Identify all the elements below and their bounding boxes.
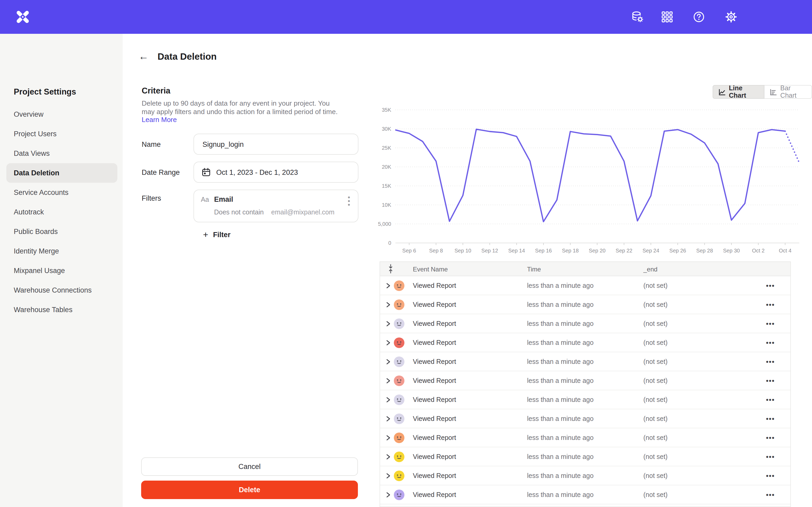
- table-row[interactable]: Viewed Reportless than a minute ago(not …: [380, 295, 790, 314]
- name-input[interactable]: [194, 133, 358, 155]
- line-chart-toggle[interactable]: Line Chart: [713, 85, 765, 99]
- row-expand-chevron-icon[interactable]: [386, 320, 391, 327]
- time-cell: less than a minute ago: [527, 434, 594, 441]
- table-row[interactable]: Viewed Reportless than a minute ago(not …: [380, 485, 790, 504]
- row-actions-icon[interactable]: •••: [766, 414, 775, 422]
- row-expand-chevron-icon[interactable]: [386, 472, 391, 479]
- sidebar-item-service-accounts[interactable]: Service Accounts: [0, 183, 123, 202]
- time-cell: less than a minute ago: [527, 491, 594, 498]
- filter-property: Email: [214, 195, 233, 203]
- row-expand-chevron-icon[interactable]: [386, 396, 391, 403]
- svg-text:Oct 4: Oct 4: [779, 248, 792, 253]
- settings-icon[interactable]: [725, 11, 738, 23]
- svg-text:Sep 8: Sep 8: [429, 248, 443, 253]
- table-row[interactable]: Viewed Reportless than a minute ago(not …: [380, 390, 790, 409]
- filter-card[interactable]: Aa Email Does not contain email@mixpanel…: [194, 189, 358, 222]
- back-arrow-icon[interactable]: ←: [139, 50, 149, 63]
- row-actions-icon[interactable]: •••: [766, 471, 775, 480]
- row-actions-icon[interactable]: •••: [766, 320, 775, 327]
- row-expand-chevron-icon[interactable]: [386, 301, 391, 307]
- sidebar-item-overview[interactable]: Overview: [0, 105, 123, 124]
- row-actions-icon[interactable]: •••: [766, 357, 775, 365]
- row-actions-icon[interactable]: •••: [766, 300, 775, 308]
- kebab-menu-icon[interactable]: •••: [345, 195, 353, 206]
- event-name-cell: Viewed Report: [413, 453, 456, 460]
- end-cell: (not set): [643, 320, 668, 327]
- row-actions-icon[interactable]: •••: [766, 339, 775, 346]
- sidebar-item-autotrack[interactable]: Autotrack: [0, 202, 123, 222]
- sidebar-item-warehouse-connections[interactable]: Warehouse Connections: [0, 280, 123, 300]
- row-actions-icon[interactable]: •••: [766, 491, 775, 499]
- event-name-cell: Viewed Report: [413, 491, 456, 498]
- sidebar-item-project-users[interactable]: Project Users: [0, 124, 123, 144]
- mixpanel-logo-icon[interactable]: [15, 9, 31, 25]
- svg-text:5,000: 5,000: [378, 221, 391, 227]
- table-row-partial[interactable]: [380, 504, 790, 507]
- svg-text:Sep 22: Sep 22: [616, 248, 632, 253]
- page-title: Data Deletion: [158, 51, 217, 62]
- apps-grid-icon[interactable]: [661, 11, 673, 23]
- row-expand-chevron-icon[interactable]: [386, 358, 391, 365]
- date-range-input[interactable]: Oct 1, 2023 - Dec 1, 2023: [194, 162, 358, 183]
- add-filter-button[interactable]: + Filter: [203, 230, 231, 239]
- plus-icon: +: [203, 230, 208, 239]
- row-expand-chevron-icon[interactable]: [386, 434, 391, 441]
- delete-button[interactable]: Delete: [141, 481, 358, 499]
- table-row[interactable]: Viewed Reportless than a minute ago(not …: [380, 428, 790, 447]
- avatar-face-icon: [394, 451, 404, 462]
- row-actions-icon[interactable]: •••: [766, 434, 775, 442]
- avatar: [394, 280, 404, 291]
- row-actions-icon[interactable]: •••: [766, 377, 775, 385]
- row-expand-chevron-icon[interactable]: [386, 492, 391, 498]
- event-name-cell: Viewed Report: [413, 320, 456, 327]
- criteria-heading: Criteria: [142, 86, 170, 96]
- row-expand-chevron-icon[interactable]: [386, 453, 391, 460]
- sidebar-item-public-boards[interactable]: Public Boards: [0, 222, 123, 241]
- event-name-cell: Viewed Report: [413, 472, 456, 479]
- row-actions-icon[interactable]: •••: [766, 396, 775, 403]
- bar-chart-icon: [770, 88, 777, 96]
- cancel-button[interactable]: Cancel: [141, 457, 358, 476]
- table-row[interactable]: Viewed Reportless than a minute ago(not …: [380, 466, 790, 485]
- row-actions-icon[interactable]: •••: [766, 281, 775, 289]
- sidebar-item-data-deletion[interactable]: Data Deletion: [6, 163, 117, 183]
- row-actions-icon[interactable]: •••: [766, 453, 775, 460]
- help-icon[interactable]: [693, 11, 705, 23]
- table-row[interactable]: Viewed Reportless than a minute ago(not …: [380, 409, 790, 428]
- svg-text:Sep 24: Sep 24: [643, 248, 659, 253]
- avatar: [394, 394, 404, 405]
- sort-vertical-icon[interactable]: [388, 264, 394, 274]
- data-management-icon[interactable]: [631, 11, 644, 23]
- svg-text:Sep 20: Sep 20: [589, 248, 606, 253]
- table-row[interactable]: Viewed Reportless than a minute ago(not …: [380, 447, 790, 466]
- time-cell: less than a minute ago: [527, 339, 594, 346]
- sidebar-item-identity-merge[interactable]: Identity Merge: [0, 241, 123, 261]
- sidebar-item-data-views[interactable]: Data Views: [0, 144, 123, 163]
- learn-more-link[interactable]: Learn More: [142, 116, 177, 124]
- row-expand-chevron-icon[interactable]: [386, 377, 391, 384]
- svg-text:Sep 16: Sep 16: [535, 248, 552, 253]
- filters-label: Filters: [142, 194, 161, 202]
- avatar-face-icon: [394, 299, 404, 310]
- svg-text:Sep 6: Sep 6: [402, 248, 416, 253]
- time-cell: less than a minute ago: [527, 282, 594, 289]
- chart-type-toggle: Line Chart Bar Chart: [713, 85, 812, 99]
- svg-text:30K: 30K: [382, 126, 391, 132]
- bar-chart-label: Bar Chart: [780, 84, 806, 99]
- sidebar-item-mixpanel-usage[interactable]: Mixpanel Usage: [0, 261, 123, 280]
- sidebar-item-warehouse-tables[interactable]: Warehouse Tables: [0, 300, 123, 320]
- row-expand-chevron-icon[interactable]: [386, 282, 391, 289]
- table-row[interactable]: Viewed Reportless than a minute ago(not …: [380, 276, 790, 295]
- table-row[interactable]: Viewed Reportless than a minute ago(not …: [380, 352, 790, 371]
- avatar-face-icon: [394, 280, 404, 291]
- time-cell: less than a minute ago: [527, 358, 594, 365]
- table-row[interactable]: Viewed Reportless than a minute ago(not …: [380, 333, 790, 352]
- table-row[interactable]: Viewed Reportless than a minute ago(not …: [380, 371, 790, 390]
- row-expand-chevron-icon[interactable]: [386, 415, 391, 422]
- table-row[interactable]: Viewed Reportless than a minute ago(not …: [380, 314, 790, 333]
- sidebar: Project Settings OverviewProject UsersDa…: [0, 34, 123, 507]
- avatar: [394, 470, 404, 481]
- row-expand-chevron-icon[interactable]: [386, 339, 391, 346]
- col-event-name: Event Name: [413, 266, 448, 273]
- bar-chart-toggle[interactable]: Bar Chart: [765, 85, 812, 99]
